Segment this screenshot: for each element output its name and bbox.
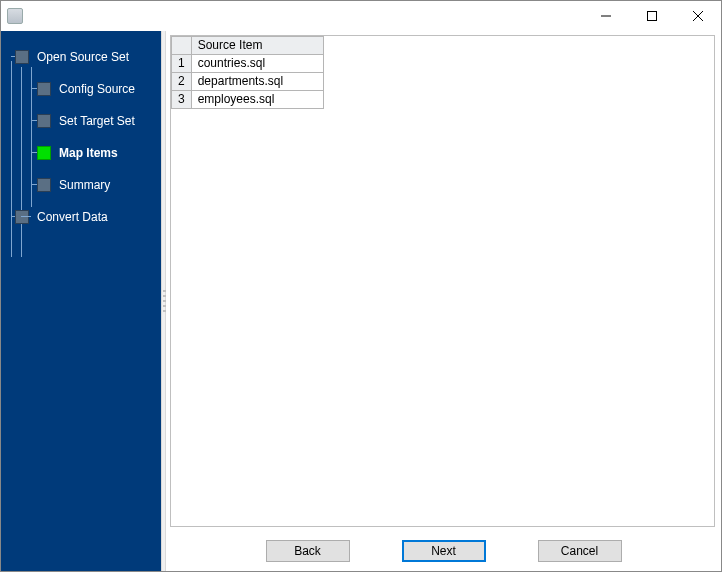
column-header-source-item[interactable]: Source Item — [191, 37, 323, 55]
step-status-box — [37, 178, 51, 192]
row-number: 3 — [172, 91, 192, 109]
wizard-steps-tree: Open Source Set Config Source Set Target… — [1, 45, 161, 229]
step-status-box — [37, 114, 51, 128]
splitter-grip-icon — [163, 290, 166, 312]
wizard-footer: Back Next Cancel — [166, 531, 721, 571]
body: Open Source Set Config Source Set Target… — [1, 31, 721, 571]
minimize-button[interactable] — [583, 1, 629, 31]
cancel-button[interactable]: Cancel — [538, 540, 622, 562]
step-summary[interactable]: Summary — [1, 173, 161, 197]
splitter[interactable] — [161, 31, 166, 571]
step-map-items[interactable]: Map Items — [1, 141, 161, 165]
svg-rect-1 — [648, 12, 657, 21]
tree-connector — [31, 152, 37, 153]
maximize-button[interactable] — [629, 1, 675, 31]
table-row[interactable]: 1 countries.sql — [172, 55, 324, 73]
step-status-box — [15, 50, 29, 64]
step-status-box — [15, 210, 29, 224]
tree-connector — [21, 216, 31, 217]
source-items-table[interactable]: Source Item 1 countries.sql 2 department… — [171, 36, 324, 109]
step-set-target-set[interactable]: Set Target Set — [1, 109, 161, 133]
source-item-cell[interactable]: countries.sql — [191, 55, 323, 73]
step-config-source[interactable]: Config Source — [1, 77, 161, 101]
step-status-box — [37, 146, 51, 160]
tree-connector — [11, 56, 15, 57]
tree-connector — [31, 120, 37, 121]
app-icon — [7, 8, 23, 24]
titlebar — [1, 1, 721, 31]
table-row[interactable]: 2 departments.sql — [172, 73, 324, 91]
step-label: Map Items — [59, 146, 118, 160]
row-number: 2 — [172, 73, 192, 91]
source-item-cell[interactable]: employees.sql — [191, 91, 323, 109]
step-open-source-set[interactable]: Open Source Set — [1, 45, 161, 69]
step-convert-data[interactable]: Convert Data — [1, 205, 161, 229]
step-label: Set Target Set — [59, 114, 135, 128]
main-panel: Source Item 1 countries.sql 2 department… — [166, 31, 721, 571]
wizard-steps-sidebar: Open Source Set Config Source Set Target… — [1, 31, 161, 571]
tree-connector — [31, 88, 37, 89]
tree-connector — [31, 184, 37, 185]
tree-connector — [11, 61, 12, 257]
window-controls — [583, 1, 721, 31]
close-button[interactable] — [675, 1, 721, 31]
source-item-cell[interactable]: departments.sql — [191, 73, 323, 91]
content-area: Source Item 1 countries.sql 2 department… — [170, 35, 715, 527]
step-label: Summary — [59, 178, 110, 192]
step-label: Open Source Set — [37, 50, 129, 64]
step-status-box — [37, 82, 51, 96]
step-label: Convert Data — [37, 210, 108, 224]
wizard-window: Open Source Set Config Source Set Target… — [0, 0, 722, 572]
row-number: 1 — [172, 55, 192, 73]
back-button[interactable]: Back — [266, 540, 350, 562]
table-header-row: Source Item — [172, 37, 324, 55]
next-button[interactable]: Next — [402, 540, 486, 562]
step-label: Config Source — [59, 82, 135, 96]
titlebar-left — [1, 8, 29, 24]
table-corner-cell — [172, 37, 192, 55]
table-row[interactable]: 3 employees.sql — [172, 91, 324, 109]
